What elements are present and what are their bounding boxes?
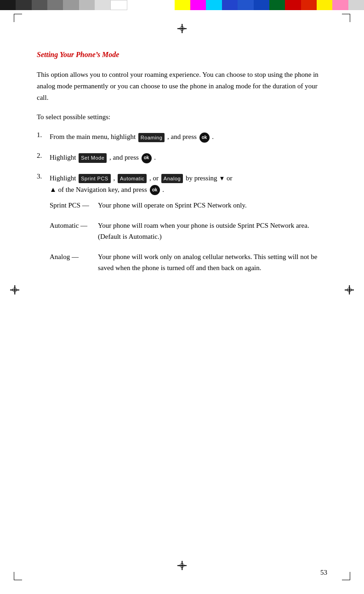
step-1: 1. From the main menu, highlight Roaming… bbox=[37, 131, 327, 143]
page-number: 53 bbox=[320, 569, 327, 577]
swatch-4 bbox=[47, 0, 63, 10]
step-2-highlight-setmode: Set Mode bbox=[79, 153, 107, 162]
swatch-pink bbox=[332, 0, 348, 10]
desc-analog-def: Your phone will work only on analog cell… bbox=[98, 251, 327, 273]
page-content: Setting Your Phone’s Mode This option al… bbox=[37, 51, 327, 557]
swatch-1 bbox=[0, 0, 16, 10]
reg-mark-right bbox=[345, 285, 354, 294]
reg-mark-left bbox=[10, 285, 19, 294]
step-3-highlight-sprint: Sprint PCS bbox=[79, 174, 110, 183]
step-3-content: Highlight Sprint PCS , Automatic , or An… bbox=[50, 173, 327, 283]
step-1-text-end: . bbox=[212, 133, 214, 140]
desc-auto-def: Your phone will roam when your phone is … bbox=[98, 220, 327, 242]
swatch-yellow2 bbox=[317, 0, 332, 10]
desc-sprint-def: Your phone will operate on Sprint PCS Ne… bbox=[98, 200, 327, 211]
step-3-arrow-down: ▼ bbox=[219, 175, 225, 182]
steps-list: 1. From the main menu, highlight Roaming… bbox=[37, 131, 327, 283]
section-title: Setting Your Phone’s Mode bbox=[37, 51, 327, 59]
step-2-text-before: Highlight bbox=[50, 154, 76, 161]
step-3-highlight-analog: Analog bbox=[161, 174, 183, 183]
desc-analog: Analog — Your phone will work only on an… bbox=[50, 251, 327, 273]
swatch-6 bbox=[79, 0, 95, 10]
step-1-text-mid: , and press bbox=[167, 133, 199, 140]
step-3-ok-button: ok bbox=[150, 185, 160, 195]
step-3-sep2: , or bbox=[149, 174, 160, 182]
step-1-content: From the main menu, highlight Roaming , … bbox=[50, 131, 327, 143]
corner-mark-tl bbox=[14, 14, 22, 22]
swatch-gap3 bbox=[159, 0, 174, 10]
step-3-num: 3. bbox=[37, 173, 50, 180]
step-3-arrow-up: ▲ bbox=[50, 186, 57, 193]
swatch-gray bbox=[348, 0, 364, 10]
swatch-5 bbox=[63, 0, 79, 10]
step-1-num: 1. bbox=[37, 131, 50, 139]
swatch-blue3 bbox=[254, 0, 269, 10]
swatch-red bbox=[285, 0, 301, 10]
swatch-2 bbox=[16, 0, 31, 10]
step-2-text-end: . bbox=[154, 154, 156, 161]
color-bar-top bbox=[0, 0, 364, 10]
swatch-gap bbox=[127, 0, 143, 10]
desc-sprint: Sprint PCS — Your phone will operate on … bbox=[50, 200, 327, 211]
step-2-text-mid: , and press bbox=[109, 154, 141, 161]
step-3-text-press: by pressing bbox=[186, 174, 219, 182]
step-3-text-nav: of the Navigation key, and press bbox=[58, 186, 149, 193]
step-2-content: Highlight Set Mode , and press ok . bbox=[50, 152, 327, 163]
step-1-ok-button: ok bbox=[199, 133, 210, 143]
reg-mark-top bbox=[177, 24, 187, 33]
corner-mark-tr bbox=[342, 14, 350, 22]
step-3-text-before: Highlight bbox=[50, 174, 78, 182]
corner-mark-bl bbox=[14, 572, 22, 580]
select-text: To select possible settings: bbox=[37, 113, 327, 121]
reg-mark-bottom bbox=[177, 561, 187, 570]
step-2-ok-button: ok bbox=[142, 153, 152, 163]
desc-automatic: Automatic — Your phone will roam when yo… bbox=[50, 220, 327, 242]
swatch-cyan bbox=[206, 0, 222, 10]
swatch-blue2 bbox=[238, 0, 253, 10]
corner-mark-br bbox=[342, 572, 350, 580]
step-2: 2. Highlight Set Mode , and press ok . bbox=[37, 152, 327, 163]
step-2-num: 2. bbox=[37, 152, 50, 160]
step-1-highlight-roaming: Roaming bbox=[138, 133, 165, 142]
swatch-8 bbox=[110, 0, 127, 10]
swatch-red2 bbox=[301, 0, 317, 10]
swatch-7 bbox=[95, 0, 110, 10]
desc-analog-term: Analog — bbox=[50, 251, 98, 273]
desc-sprint-term: Sprint PCS — bbox=[50, 200, 98, 211]
step-3: 3. Highlight Sprint PCS , Automatic , or… bbox=[37, 173, 327, 283]
swatch-yellow bbox=[175, 0, 190, 10]
step-3-highlight-auto: Automatic bbox=[118, 174, 147, 183]
step-3-text-or: or bbox=[227, 174, 233, 182]
intro-paragraph: This option allows you to control your r… bbox=[37, 69, 327, 103]
swatch-blue bbox=[222, 0, 238, 10]
step-1-text-before: From the main menu, highlight bbox=[50, 133, 137, 140]
swatch-3 bbox=[32, 0, 47, 10]
swatch-magenta bbox=[190, 0, 206, 10]
step-3-text-end: . bbox=[162, 186, 164, 193]
desc-auto-term: Automatic — bbox=[50, 220, 98, 242]
desc-list: Sprint PCS — Your phone will operate on … bbox=[50, 200, 327, 273]
swatch-gap2 bbox=[143, 0, 159, 10]
swatch-green bbox=[269, 0, 285, 10]
step-3-sep1: , bbox=[113, 174, 117, 182]
